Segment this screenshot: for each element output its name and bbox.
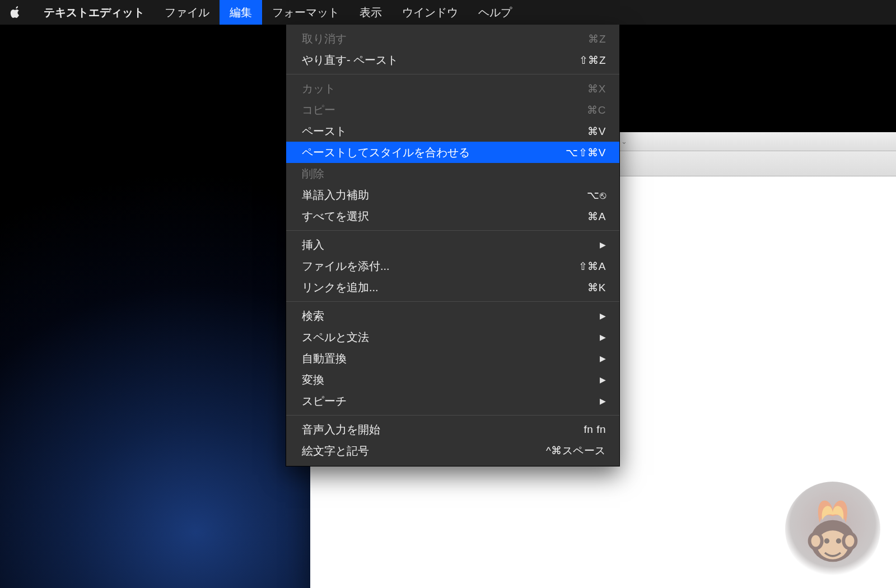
menu-item-substitutions[interactable]: 自動置換 ▶ [286,348,619,369]
menu-item-emoji-symbols[interactable]: 絵文字と記号 ^⌘スペース [286,440,619,461]
edit-menu-dropdown: 取り消す ⌘Z やり直す- ペースト ⇧⌘Z カット ⌘X コピー ⌘C ペース… [286,25,620,466]
svg-point-26 [836,538,841,543]
menu-separator [286,301,619,302]
menu-item-start-dictation[interactable]: 音声入力を開始 fn fn [286,419,619,440]
menu-item-delete: 削除 [286,163,619,184]
menu-separator [286,230,619,231]
menu-item-paste-match-style[interactable]: ペーストしてスタイルを合わせる ⌥⇧⌘V [286,142,619,163]
menubar-item-window[interactable]: ウインドウ [392,0,468,25]
menu-item-cut: カット ⌘X [286,78,619,99]
menu-item-select-all[interactable]: すべてを選択 ⌘A [286,206,619,227]
submenu-arrow-icon: ▶ [600,396,606,405]
svg-point-25 [824,538,829,543]
menu-item-redo[interactable]: やり直す- ペースト ⇧⌘Z [286,49,619,71]
watermark-logo [785,482,880,577]
menu-item-insert[interactable]: 挿入 ▶ [286,234,619,255]
svg-point-23 [811,535,820,547]
menubar-item-format[interactable]: フォーマット [262,0,349,25]
menu-separator [286,415,619,416]
submenu-arrow-icon: ▶ [600,240,606,249]
desktop: 未設定.rtf ⌄ a B I U [0,0,896,588]
menubar: テキストエディット ファイル 編集 フォーマット 表示 ウインドウ ヘルプ [0,0,896,25]
menubar-item-file[interactable]: ファイル [155,0,220,25]
monkey-icon [799,490,866,568]
menu-item-speech[interactable]: スピーチ ▶ [286,390,619,412]
menu-item-attach-file[interactable]: ファイルを添付... ⇧⌘A [286,255,619,277]
menu-separator [286,74,619,74]
menu-item-copy: コピー ⌘C [286,99,619,120]
menu-item-add-link[interactable]: リンクを追加... ⌘K [286,277,619,298]
apple-menu-icon[interactable] [10,6,21,18]
submenu-arrow-icon: ▶ [600,333,606,342]
menubar-item-edit[interactable]: 編集 [220,0,262,25]
submenu-arrow-icon: ▶ [600,375,606,384]
menu-item-transformations[interactable]: 変換 ▶ [286,369,619,390]
menubar-item-help[interactable]: ヘルプ [468,0,522,25]
menubar-item-view[interactable]: 表示 [349,0,392,25]
menu-item-find[interactable]: 検索 ▶ [286,305,619,326]
menu-item-undo: 取り消す ⌘Z [286,28,619,49]
menu-item-complete[interactable]: 単語入力補助 ⌥⎋ [286,184,619,206]
chevron-down-icon[interactable]: ⌄ [621,137,627,146]
submenu-arrow-icon: ▶ [600,354,606,363]
menu-item-paste[interactable]: ペースト ⌘V [286,120,619,142]
svg-point-24 [845,535,854,547]
menu-item-spelling[interactable]: スペルと文法 ▶ [286,326,619,348]
menubar-appname[interactable]: テキストエディット [34,0,155,25]
submenu-arrow-icon: ▶ [600,311,606,320]
